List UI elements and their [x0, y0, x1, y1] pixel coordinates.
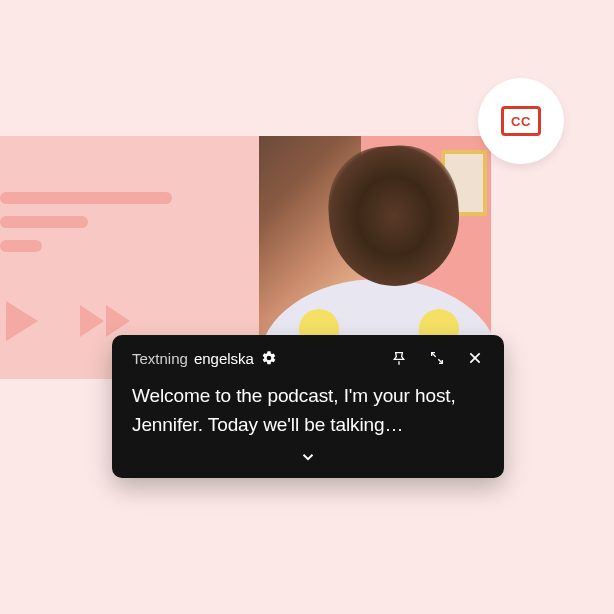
settings-button[interactable] [260, 349, 278, 367]
expand-icon [429, 350, 445, 366]
close-button[interactable] [466, 349, 484, 367]
pin-button[interactable] [390, 349, 408, 367]
cc-icon: CC [501, 106, 541, 136]
fast-forward-icon [80, 305, 104, 337]
fast-forward-button[interactable] [80, 305, 130, 337]
waveform-bar [0, 240, 42, 252]
gear-icon [261, 350, 277, 366]
play-button[interactable] [6, 301, 38, 341]
close-icon [467, 350, 483, 366]
caption-language: engelska [194, 350, 254, 367]
chevron-down-icon [299, 448, 317, 466]
pin-icon [391, 350, 407, 366]
caption-text: Welcome to the podcast, I'm your host, J… [132, 381, 484, 440]
caption-header: Textning engelska [132, 349, 484, 367]
caption-label: Textning [132, 350, 188, 367]
waveform-bar [0, 192, 172, 204]
fast-forward-icon [106, 305, 130, 337]
wall-frame-decor [441, 150, 487, 216]
waveform-bar [0, 216, 88, 228]
expand-down-button[interactable] [299, 448, 317, 466]
waveform [0, 192, 172, 264]
expand-button[interactable] [428, 349, 446, 367]
caption-expand-row [132, 448, 484, 466]
live-caption-panel: Textning engelska Welcome to the podcast… [112, 335, 504, 478]
caption-actions [390, 349, 484, 367]
player-controls [6, 301, 130, 341]
caption-title: Textning engelska [132, 349, 278, 367]
captions-badge[interactable]: CC [478, 78, 564, 164]
